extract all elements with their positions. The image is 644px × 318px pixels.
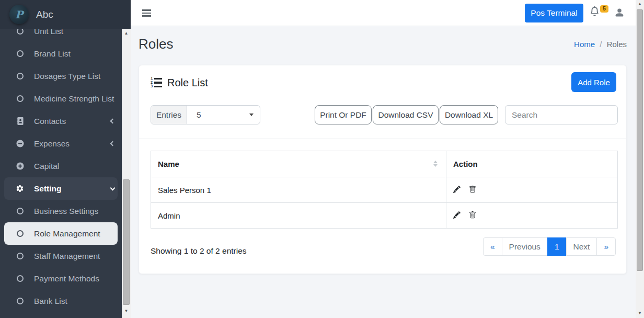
sidebar-scrollbar[interactable]: ▲ ▼: [122, 29, 131, 318]
pagination-last[interactable]: »: [596, 237, 616, 256]
entries-group: Entries 5: [151, 105, 260, 124]
sidebar-item-payment-methods[interactable]: Payment Methods: [0, 267, 122, 290]
breadcrumb: Home / Roles: [574, 40, 627, 49]
sidebar-item-dosages-type-list[interactable]: Dosages Type List: [0, 65, 122, 87]
plus-circle-icon: [16, 162, 24, 170]
role-list-card: 1 2 3 Role List Add Role Entries 5 Print…: [139, 65, 627, 274]
circle-icon: [16, 50, 24, 57]
page-scrollbar-thumb[interactable]: [637, 9, 643, 271]
page-title: Roles: [139, 36, 173, 52]
table-row: Admin: [151, 203, 618, 229]
sidebar-item-label: Setting: [34, 184, 101, 194]
sidebar-item-label: Dosages Type List: [34, 72, 114, 81]
circle-icon: [16, 230, 24, 237]
sidebar-item-staff-management[interactable]: Staff Management: [0, 245, 122, 267]
pagination-first[interactable]: «: [483, 237, 502, 256]
add-role-button[interactable]: Add Role: [571, 72, 616, 92]
column-header-action: Action: [446, 151, 618, 177]
table-controls: Entries 5 Print Or PDF Download CSV Down…: [139, 105, 626, 124]
minus-circle-icon: [16, 140, 24, 147]
role-name-cell: Sales Person 1: [151, 177, 446, 203]
showing-entries-text: Showing 1 to 2 of 2 entries: [151, 246, 247, 256]
person-icon: [614, 7, 625, 18]
role-action-cell: [446, 203, 618, 229]
download-csv-button[interactable]: Download CSV: [373, 105, 439, 124]
app-screen: Unit List Brand List Dosages Type List M…: [0, 0, 644, 318]
sidebar-item-brand-list[interactable]: Brand List: [0, 42, 122, 65]
sidebar-item-contacts[interactable]: Contacts: [0, 110, 122, 132]
pagination-page-1[interactable]: 1: [547, 237, 567, 256]
ordered-list-icon: 1 2 3: [151, 77, 162, 88]
sidebar-header: P Abc: [0, 0, 131, 29]
notifications-button[interactable]: 5: [590, 6, 608, 22]
chevron-left-icon: [110, 119, 116, 124]
chevron-left-icon: [110, 141, 116, 146]
search-input[interactable]: [505, 106, 618, 124]
sidebar-item-label: Capital: [34, 162, 114, 171]
table-row: Sales Person 1: [151, 177, 618, 203]
role-name-cell: Admin: [151, 203, 446, 229]
delete-button[interactable]: [469, 211, 476, 219]
chevron-down-icon: [110, 185, 116, 190]
card-title-row: 1 2 3 Role List: [151, 73, 208, 93]
edit-button[interactable]: [453, 186, 461, 193]
role-action-cell: [446, 177, 618, 203]
pagination-previous[interactable]: Previous: [502, 237, 548, 256]
download-xl-button[interactable]: Download XL: [440, 105, 498, 124]
sidebar-item-expenses[interactable]: Expenses: [0, 132, 122, 155]
table-header-row: Name Action: [151, 151, 618, 177]
bell-icon: [590, 6, 600, 16]
sidebar-item-setting[interactable]: Setting: [4, 177, 118, 200]
scroll-down-icon[interactable]: ▼: [636, 310, 644, 317]
topbar: Pos Terminal 5: [131, 0, 636, 26]
brand-name: Abc: [36, 9, 53, 20]
sidebar-item-bank-list[interactable]: Bank List: [0, 290, 122, 312]
entries-selected-value: 5: [197, 110, 201, 120]
circle-icon: [16, 95, 24, 102]
main-content: Roles Home / Roles 1 2 3 Role List Add R…: [131, 26, 636, 318]
sidebar-item-label: Expenses: [34, 139, 101, 149]
sidebar-item-role-management[interactable]: Role Management: [4, 222, 118, 245]
column-header-name-label: Name: [158, 160, 179, 168]
circle-icon: [16, 208, 24, 214]
column-header-name[interactable]: Name: [151, 151, 446, 177]
card-title: Role List: [167, 77, 208, 89]
app-logo: P: [9, 5, 29, 24]
sidebar-item-label: Staff Management: [34, 252, 114, 261]
sort-icon[interactable]: [433, 161, 438, 167]
hamburger-menu-icon[interactable]: [142, 9, 151, 18]
sidebar-item-business-settings[interactable]: Business Settings: [0, 200, 122, 222]
trash-icon: [469, 211, 476, 219]
scroll-down-icon[interactable]: ▼: [122, 308, 131, 315]
pagination-next[interactable]: Next: [566, 237, 597, 256]
sidebar-item-medicine-strength-list[interactable]: Medicine Strength List: [0, 87, 122, 110]
contacts-icon: [16, 117, 24, 125]
trash-icon: [469, 186, 476, 193]
scroll-up-icon[interactable]: ▲: [636, 1, 644, 8]
page-scrollbar[interactable]: ▲ ▼: [636, 0, 644, 318]
print-pdf-button[interactable]: Print Or PDF: [315, 105, 372, 124]
sidebar-scrollbar-thumb[interactable]: [123, 179, 130, 305]
scroll-up-icon[interactable]: ▲: [122, 30, 131, 37]
pos-terminal-button[interactable]: Pos Terminal: [525, 4, 583, 22]
sidebar-item-capital[interactable]: Capital: [0, 155, 122, 177]
sidebar-item-label: Contacts: [34, 117, 101, 126]
sidebar-item-label: Business Settings: [34, 207, 114, 216]
sidebar: Unit List Brand List Dosages Type List M…: [0, 0, 131, 318]
delete-button[interactable]: [469, 186, 476, 193]
circle-icon: [16, 275, 24, 282]
edit-button[interactable]: [453, 211, 461, 219]
user-profile-button[interactable]: [614, 7, 626, 19]
pagination: « Previous 1 Next »: [483, 237, 616, 256]
gear-icon: [16, 184, 24, 193]
sidebar-item-label: Brand List: [34, 49, 114, 59]
sidebar-item-label: Payment Methods: [34, 274, 114, 283]
entries-select[interactable]: 5: [187, 106, 260, 124]
circle-icon: [16, 253, 24, 259]
breadcrumb-home-link[interactable]: Home: [574, 40, 595, 49]
breadcrumb-separator: /: [600, 40, 602, 49]
entries-label: Entries: [151, 106, 187, 124]
select-caret-icon: [249, 113, 254, 116]
column-header-action-label: Action: [453, 160, 478, 168]
card-divider: [139, 139, 626, 139]
